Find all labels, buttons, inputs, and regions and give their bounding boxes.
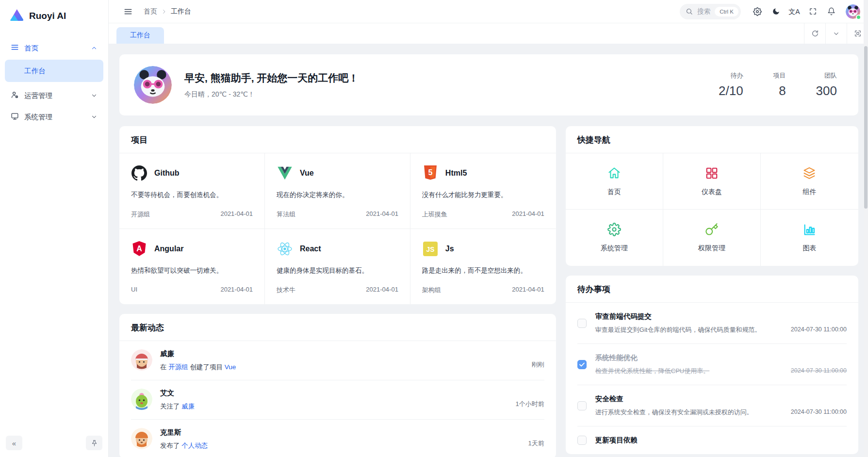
fullscreen-icon[interactable] [805, 4, 820, 19]
moon-icon[interactable] [768, 4, 784, 19]
activity-link-user[interactable]: 威廉 [181, 403, 195, 410]
search-icon [686, 8, 693, 15]
project-card-angular[interactable]: A Angular 热情和欲望可以突破一切难关。 UI2021-04-01 [119, 229, 265, 304]
user-gear-icon [11, 91, 19, 100]
todo-row: 安全检查 进行系统安全检查，确保没有安全漏洞或未授权的访问。 2024-07-3… [577, 385, 847, 426]
evan-avatar [131, 389, 152, 411]
project-date: 2021-04-01 [366, 286, 398, 294]
project-card-react[interactable]: React 健康的身体是实现目标的基石。 技术牛2021-04-01 [265, 229, 410, 304]
todo-time: 2024-07-30 11:00:00 [791, 326, 847, 334]
project-date: 2021-04-01 [512, 210, 544, 219]
sidebar-item-workbench[interactable]: 工作台 [5, 60, 103, 82]
welcome-stats: 待办 2/10 项目 8 团队 300 [719, 71, 844, 98]
todo-checkbox-checked[interactable] [577, 360, 587, 369]
project-group: UI [131, 286, 137, 293]
todo-title: 待办事项 [566, 276, 858, 303]
project-card-github[interactable]: Github 不要等待机会，而要创造机会。 开源组2021-04-01 [119, 153, 265, 229]
header-actions: 搜索 Ctrl K 文A [680, 4, 860, 19]
tab-actions [804, 23, 868, 44]
todo-time: 2024-07-30 11:00:00 [791, 367, 847, 375]
search-shortcut: Ctrl K [715, 7, 738, 16]
todo-checkbox[interactable] [577, 401, 587, 410]
project-group: 上班摸鱼 [422, 210, 447, 219]
activity-link-project[interactable]: Vue [225, 363, 236, 371]
react-icon [277, 241, 293, 257]
vue-icon [277, 165, 293, 181]
breadcrumb: 首页 工作台 [144, 7, 191, 16]
svg-text:JS: JS [426, 246, 434, 253]
page-content: 早安, 熊猫助手, 开始您一天的工作吧！ 今日晴，20℃ - 32℃！ 待办 2… [109, 44, 868, 457]
chevron-down-icon[interactable] [825, 23, 847, 44]
chevron-down-icon [91, 114, 98, 120]
search-input[interactable]: 搜索 Ctrl K [680, 4, 741, 19]
refresh-icon[interactable] [804, 23, 825, 44]
main-area: 首页 工作台 搜索 Ctrl K [109, 0, 868, 457]
welcome-title: 早安, 熊猫助手, 开始您一天的工作吧！ [184, 71, 359, 85]
monitor-icon [11, 112, 19, 122]
hamburger-icon[interactable] [120, 4, 136, 19]
tab-workbench[interactable]: 工作台 [116, 27, 164, 44]
github-icon [131, 165, 147, 181]
activity-row: 艾文 关注了 威廉 1个小时前 [131, 380, 544, 419]
chevron-right-icon [161, 9, 167, 15]
quick-nav-home[interactable]: 首页 [566, 153, 663, 210]
translate-icon[interactable]: 文A [786, 4, 802, 19]
sidebar-footer: « [0, 430, 108, 457]
tab-bar: 工作台 [109, 23, 868, 44]
activity-time: 刚刚 [532, 360, 544, 372]
breadcrumb-home[interactable]: 首页 [144, 7, 157, 16]
chevron-down-icon [91, 92, 98, 99]
sidebar-item-system[interactable]: 系统管理 [5, 106, 103, 128]
quick-nav-permissions[interactable]: 权限管理 [663, 210, 761, 266]
gear-icon [607, 223, 621, 238]
project-date: 2021-04-01 [366, 210, 398, 219]
activity-user: 克里斯 [160, 428, 208, 437]
todo-checkbox[interactable] [577, 319, 587, 328]
stat-projects: 项目 8 [773, 71, 786, 98]
search-placeholder: 搜索 [697, 7, 710, 16]
quick-nav-dashboard[interactable]: 仪表盘 [663, 153, 761, 210]
activity-row: 威廉 在 开源组 创建了项目 Vue 刚刚 [131, 341, 544, 380]
home-icon [607, 166, 621, 181]
activity-link-group[interactable]: 开源组 [168, 363, 188, 371]
quick-nav-title: 快捷导航 [566, 126, 858, 153]
project-group: 技术牛 [277, 286, 295, 294]
project-card-vue[interactable]: Vue 现在的你决定将来的你。 算法组2021-04-01 [265, 153, 410, 229]
pin-icon[interactable] [86, 436, 102, 450]
sidebar-collapse-button[interactable]: « [6, 436, 22, 450]
layers-icon [802, 166, 816, 181]
quick-nav-charts[interactable]: 图表 [761, 210, 858, 266]
scrollbar-thumb[interactable] [864, 46, 868, 209]
project-group: 架构组 [422, 286, 441, 294]
sidebar-item-operations[interactable]: 运营管理 [5, 85, 103, 106]
project-card-html5[interactable]: 5 Html5 没有什么才能比努力更重要。 上班摸鱼2021-04-01 [410, 153, 556, 229]
stat-team: 团队 300 [816, 71, 837, 98]
william-avatar [131, 349, 152, 372]
app-logo[interactable]: Ruoyi AI [0, 0, 108, 31]
top-header: 首页 工作台 搜索 Ctrl K [109, 0, 868, 23]
activity-user: 艾文 [160, 389, 195, 398]
bell-icon[interactable] [823, 4, 839, 19]
svg-text:5: 5 [428, 168, 432, 177]
html5-icon: 5 [422, 165, 439, 181]
activity-time: 1个小时前 [516, 400, 544, 411]
activity-row: 克里斯 发布了 个人动态 1天前 [131, 419, 544, 457]
welcome-card: 早安, 熊猫助手, 开始您一天的工作吧！ 今日晴，20℃ - 32℃！ 待办 2… [119, 54, 858, 115]
quick-nav-system[interactable]: 系统管理 [566, 210, 663, 266]
activity-user: 威廉 [160, 349, 236, 359]
stat-todo: 待办 2/10 [719, 71, 743, 98]
chris-avatar [131, 428, 152, 450]
sidebar-item-home[interactable]: 首页 [5, 37, 103, 59]
todo-card: 待办事项 审查前端代码提交 审查最近提交到Git仓库的前端代码，确保代码质量和规… [566, 276, 858, 454]
gear-icon[interactable] [750, 4, 765, 19]
key-icon [705, 223, 719, 238]
project-card-js[interactable]: JS Js 路是走出来的，而不是空想出来的。 架构组2021-04-01 [410, 229, 556, 304]
user-avatar[interactable] [846, 4, 860, 19]
quick-nav-components[interactable]: 组件 [761, 153, 858, 210]
page-scrollbar [864, 0, 868, 457]
sidebar-nav: 首页 工作台 运营管理 系统管理 [0, 31, 108, 430]
quick-nav-card: 快捷导航 首页 [566, 126, 858, 266]
activity-card: 最新动态 威廉 在 开源组 创建了项目 Vue 刚刚 [119, 314, 556, 457]
todo-checkbox[interactable] [577, 436, 587, 445]
activity-link-feed[interactable]: 个人动态 [181, 442, 208, 449]
